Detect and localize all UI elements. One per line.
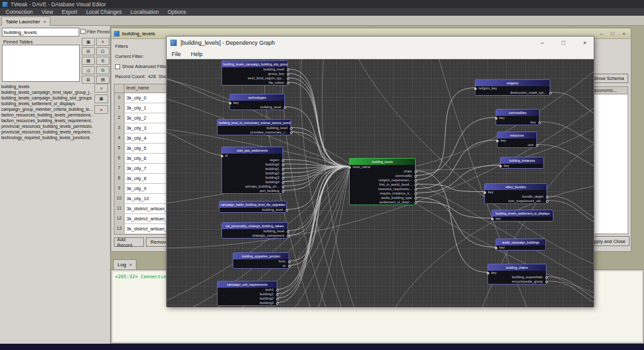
graph-node-bl_sud[interactable]: building_levels_settlement_ui_displayske…	[492, 210, 553, 222]
cell-level-name[interactable]: 3k_city_2	[125, 113, 171, 123]
field-name: building1	[265, 167, 279, 171]
cell-level-name[interactable]: 3k_district_artisan_labo	[125, 224, 171, 234]
graph-node-tile_upgrades[interactable]: campaign_battle_building_level_tile_upgr…	[219, 201, 287, 213]
pinned-tables-list[interactable]	[2, 45, 80, 82]
row-number: 11	[114, 204, 125, 213]
minimize-button[interactable]: –	[533, 37, 551, 49]
menubar-item[interactable]: Export	[57, 9, 82, 15]
copy-table-button[interactable]: ⊞	[82, 47, 95, 55]
menubar-item[interactable]: Local Changes	[82, 9, 126, 15]
list-view-button[interactable]: ▤	[96, 76, 109, 84]
table-list-item[interactable]: campaign_group_member_criteria_building_…	[1, 106, 93, 112]
taskbar[interactable]	[0, 344, 644, 350]
cell-level-name[interactable]: 3k_city_8	[125, 174, 171, 183]
graph-node-cai_values[interactable]: cai_personality_strategic_building_value…	[221, 222, 288, 239]
close-button[interactable]: ×	[576, 37, 594, 49]
advanced-filters-checkbox[interactable]	[115, 64, 120, 69]
graph-node-mercenary_junctions[interactable]: building_level_to_mercenary_retinue_sour…	[217, 119, 291, 135]
maximize-button[interactable]: □	[555, 37, 572, 49]
cell-level-name[interactable]: 3k_city_4	[125, 133, 171, 143]
close-button[interactable]: ×	[619, 31, 628, 37]
remove-pin-button[interactable]: ×	[94, 105, 108, 114]
add-record-button[interactable]: Add Record	[114, 237, 144, 247]
cell-level-name[interactable]: 3k_city_10	[125, 194, 171, 203]
column-header-level-name[interactable]: level_name	[125, 84, 171, 93]
cell-level-name[interactable]: 3k_district_artisan_labo	[125, 204, 171, 213]
field-name: building3	[265, 176, 279, 180]
graph-node-resources[interactable]: resourceskeyunit	[497, 132, 537, 148]
launch-table-button[interactable]: ▣	[82, 38, 95, 46]
show-schema-button[interactable]: Show Schema	[589, 74, 628, 83]
table-filter-input[interactable]	[2, 28, 79, 37]
table-list-item[interactable]: faction_resources_building_levels_requir…	[1, 118, 93, 123]
graph-node-building_instances[interactable]: building_instanceskey	[500, 157, 544, 169]
close-icon[interactable]: ×	[129, 262, 132, 268]
field-name: port_building	[260, 189, 280, 193]
column-header-economic[interactable]: economic...	[592, 86, 628, 94]
goto-button[interactable]: G	[96, 66, 109, 74]
menubar-item[interactable]: Help	[186, 51, 208, 57]
key-port-icon	[484, 191, 486, 194]
cell-level-name[interactable]: 3k_city_3	[125, 123, 171, 133]
field-name: provides_mercenary_r...	[250, 130, 287, 135]
delete-table-button[interactable]: ⊠	[82, 76, 95, 84]
menubar-item[interactable]: Options	[163, 9, 190, 15]
menubar-item[interactable]: Localisation	[126, 9, 164, 15]
graph-node-religions[interactable]: religionsreligion_keydestruction_mask_ty…	[475, 79, 550, 96]
key-port-icon	[491, 218, 494, 220]
search-button[interactable]: ◎	[82, 66, 95, 74]
record-count-value: 428	[148, 74, 156, 79]
cell-level-name[interactable]: 3k_district_artisan_labo	[125, 214, 171, 223]
minimize-button[interactable]: –	[597, 31, 606, 37]
mdi-area: building_levels – □ × Filters Current Fi…	[111, 26, 644, 344]
cell-level-name[interactable]: 3k_city_6	[125, 154, 171, 163]
graph-node-start_pos_settlements[interactable]: start_pos_settlementsidregionbuilding0bu…	[221, 147, 283, 194]
graph-node-audio_campaign_buildings[interactable]: audio_campaign_buildingskey	[496, 239, 546, 251]
graph-node-upgrades_junction[interactable]: building_upgrades_junctionfromto	[233, 252, 289, 269]
field-name: level_bmd_region_typ...	[248, 76, 284, 81]
row-number: 7	[114, 164, 125, 173]
menubar-item[interactable]: View	[37, 9, 57, 15]
graph-node-effect_bundles[interactable]: effect_bundleskeybundle_targeticon_suppl…	[484, 183, 547, 204]
schema-view-button[interactable]: ▦	[82, 57, 95, 65]
graph-node-technologies[interactable]: technologieskeybuilding_level	[230, 94, 285, 110]
tab-log[interactable]: Log ×	[113, 259, 136, 269]
graph-node-building_levels[interactable]: building_levelslevel_namechaincommodityr…	[349, 158, 416, 205]
close-table-button[interactable]: ×	[96, 38, 109, 46]
field-name: building4	[265, 180, 279, 184]
close-icon[interactable]: ×	[43, 19, 47, 25]
table-list-item[interactable]: building_levels	[1, 84, 93, 89]
tab-table-launcher[interactable]: Table Launcher ×	[1, 16, 50, 26]
table-list-item[interactable]: building_levels_settlement_ui_displays	[1, 101, 93, 106]
graph-node-unit_requirements[interactable]: campaign_unit_requirementstech1building1…	[217, 281, 277, 306]
cell-level-name[interactable]: 3k_city_7	[125, 164, 171, 173]
row-number: 13	[114, 224, 125, 234]
table-list-item[interactable]: faction_resources_building_levels_permis…	[1, 112, 93, 118]
pin-table-button[interactable]: ≡	[94, 84, 108, 93]
graph-node-commodities[interactable]: commoditieskeykey	[496, 109, 540, 125]
menubar-item[interactable]: File	[167, 51, 186, 57]
key-port-icon	[474, 88, 477, 90]
cell-level-name[interactable]: 3k_city_9	[125, 184, 171, 193]
field-name: key	[499, 116, 505, 120]
graph-window-titlebar[interactable]: [building_levels] - Dependency Graph – □…	[167, 37, 594, 49]
graph-canvas[interactable]: building_levels_campaign_building_slot_g…	[167, 59, 594, 307]
menubar-item[interactable]: Connection	[1, 9, 37, 15]
maximize-button[interactable]: □	[608, 31, 617, 37]
table-list-item[interactable]: provincial_resources_building_levels_per…	[1, 123, 93, 129]
port-icon	[546, 196, 548, 198]
table-list-item[interactable]: technology_required_building_levels_junc…	[1, 135, 93, 140]
paste-table-button[interactable]: ⊡	[96, 47, 109, 55]
cell-level-name[interactable]: 3k_city_5	[125, 144, 171, 153]
table-list-item[interactable]: building_levels_campaign_bmd_layer_group…	[1, 89, 93, 95]
cell-level-name[interactable]: 3k_city_1	[125, 103, 171, 113]
graph-node-field: building2	[218, 296, 277, 301]
table-list-item[interactable]: provincial_resources_building_levels_req…	[1, 129, 93, 135]
table-list-item[interactable]: building_levels_campaign_building_slot_g…	[1, 95, 93, 101]
bookmark-button[interactable]: B	[96, 57, 109, 65]
export-table-button[interactable]: ▣	[94, 94, 108, 103]
filter-pinned-checkbox[interactable]	[80, 29, 86, 34]
graph-node-building_chains[interactable]: building_chainskeybuilding_superchainenc…	[487, 264, 547, 285]
graph-node-slot_groups[interactable]: building_levels_campaign_building_slot_g…	[221, 60, 288, 86]
cell-level-name[interactable]: 3k_city_0	[125, 93, 171, 103]
